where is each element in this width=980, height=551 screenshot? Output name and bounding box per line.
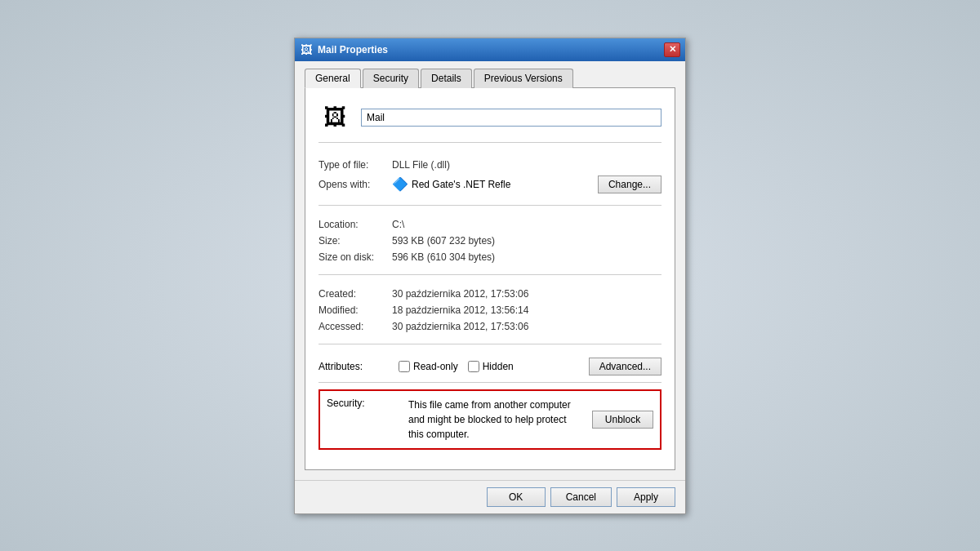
dialog-icon: 🖼 <box>300 43 313 56</box>
accessed-label: Accessed: <box>318 321 392 332</box>
location-row: Location: C:\ <box>318 219 662 230</box>
location-label: Location: <box>318 219 392 230</box>
unblock-button[interactable]: Unblock <box>592 411 653 429</box>
file-icon: 🖼 <box>318 101 351 134</box>
security-content: This file came from another computer and… <box>408 398 653 442</box>
title-bar-left: 🖼 Mail Properties <box>300 43 388 56</box>
cancel-button[interactable]: Cancel <box>550 487 612 507</box>
readonly-checkbox[interactable] <box>399 361 410 372</box>
advanced-button[interactable]: Advanced... <box>589 358 662 375</box>
hidden-checkbox[interactable] <box>468 361 479 372</box>
checkbox-group: Read-only Hidden <box>399 361 582 372</box>
dialog-body: General Security Details Previous Versio… <box>295 61 685 480</box>
change-button[interactable]: Change... <box>598 176 662 193</box>
created-label: Created: <box>318 288 392 300</box>
security-section: Security: This file came from another co… <box>318 389 662 450</box>
size-on-disk-label: Size on disk: <box>318 251 392 263</box>
tab-security[interactable]: Security <box>363 69 419 88</box>
created-row: Created: 30 października 2012, 17:53:06 <box>318 288 662 300</box>
dates-section: Created: 30 października 2012, 17:53:06 … <box>318 282 662 344</box>
tab-previous-versions[interactable]: Previous Versions <box>474 69 573 88</box>
tabs-container: General Security Details Previous Versio… <box>305 68 675 88</box>
opens-label: Opens with: <box>318 179 392 190</box>
accessed-value: 30 października 2012, 17:53:06 <box>392 321 662 332</box>
size-label: Size: <box>318 235 392 247</box>
size-on-disk-row: Size on disk: 596 KB (610 304 bytes) <box>318 251 662 263</box>
opens-with-row: Opens with: 🔷 Red Gate's .NET Refle Chan… <box>318 176 662 193</box>
location-value: C:\ <box>392 219 662 230</box>
ok-button[interactable]: OK <box>487 487 546 507</box>
location-section: Location: C:\ Size: 593 KB (607 232 byte… <box>318 212 662 275</box>
size-row: Size: 593 KB (607 232 bytes) <box>318 235 662 247</box>
tab-details[interactable]: Details <box>421 69 472 88</box>
tab-general[interactable]: General <box>305 69 361 88</box>
readonly-label: Read-only <box>413 361 458 372</box>
title-bar: 🖼 Mail Properties ✕ <box>295 38 685 61</box>
file-name-input[interactable] <box>361 109 662 127</box>
apply-button[interactable]: Apply <box>617 487 675 507</box>
modified-row: Modified: 18 października 2012, 13:56:14 <box>318 304 662 316</box>
app-icon: 🔷 <box>392 176 408 193</box>
type-label: Type of file: <box>318 159 392 171</box>
readonly-checkbox-item: Read-only <box>399 361 458 372</box>
security-text: This file came from another computer and… <box>408 398 582 442</box>
hidden-checkbox-item: Hidden <box>468 361 514 372</box>
dialog-footer: OK Cancel Apply <box>295 480 685 513</box>
modified-value: 18 października 2012, 13:56:14 <box>392 304 662 316</box>
type-value: DLL File (.dll) <box>392 159 662 171</box>
dialog-title: Mail Properties <box>318 44 388 56</box>
opens-with-app: 🔷 Red Gate's .NET Refle <box>392 176 598 193</box>
size-on-disk-value: 596 KB (610 304 bytes) <box>392 251 662 263</box>
modified-label: Modified: <box>318 304 392 316</box>
attributes-section: Attributes: Read-only Hidden Advanced... <box>318 351 662 383</box>
file-header: 🖼 <box>318 101 662 143</box>
accessed-row: Accessed: 30 października 2012, 17:53:06 <box>318 321 662 332</box>
created-value: 30 października 2012, 17:53:06 <box>392 288 662 300</box>
close-button[interactable]: ✕ <box>664 42 680 57</box>
hidden-label: Hidden <box>483 361 514 372</box>
security-label: Security: <box>327 398 400 409</box>
content-area: 🖼 Type of file: DLL File (.dll) Opens wi… <box>305 88 675 470</box>
size-value: 593 KB (607 232 bytes) <box>392 235 662 247</box>
type-row: Type of file: DLL File (.dll) <box>318 159 662 171</box>
app-name: Red Gate's .NET Refle <box>412 179 510 190</box>
attributes-label: Attributes: <box>318 361 392 372</box>
type-section: Type of file: DLL File (.dll) Opens with… <box>318 153 662 206</box>
mail-properties-dialog: 🖼 Mail Properties ✕ General Security Det… <box>294 38 686 514</box>
